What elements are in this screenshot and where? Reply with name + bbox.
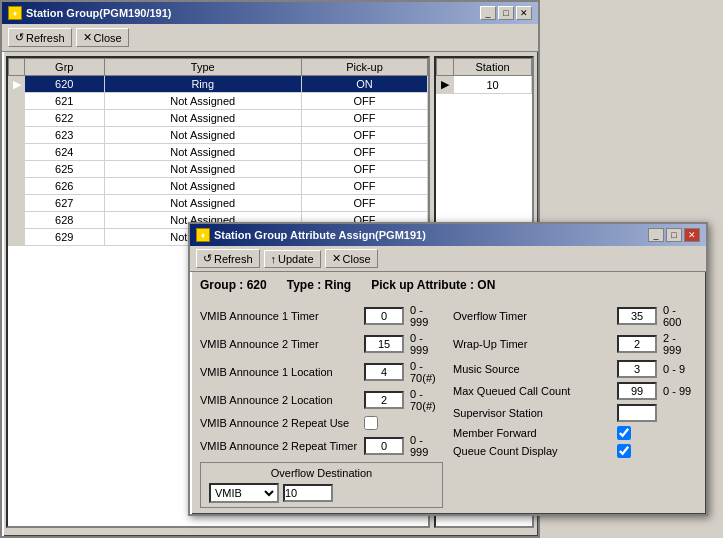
row-arrow	[9, 110, 25, 127]
type-col-header: Type	[104, 59, 301, 76]
main-toolbar: ↺ Refresh ✕ Close	[2, 24, 538, 52]
row-pickup: OFF	[301, 161, 427, 178]
row-arrow	[9, 127, 25, 144]
modal-close-btn[interactable]: ✕	[684, 228, 700, 242]
modal-update-button[interactable]: ↑ Update	[264, 250, 321, 268]
main-minimize-btn[interactable]: _	[480, 6, 496, 20]
music-source-input[interactable]	[617, 360, 657, 378]
station-arrow-header	[437, 59, 454, 76]
main-title-text: Station Group(PGM190/191)	[26, 7, 171, 19]
main-title-buttons: _ □ ✕	[480, 6, 532, 20]
overflow-timer-input[interactable]	[617, 307, 657, 325]
table-row[interactable]: 622 Not Assigned OFF	[9, 110, 428, 127]
vmib-announce-1-location-row: VMIB Announce 1 Location 0 - 70(#)	[200, 360, 443, 384]
table-row[interactable]: 621 Not Assigned OFF	[9, 93, 428, 110]
modal-header-info: Group : 620 Type : Ring Pick up Attribut…	[190, 272, 706, 298]
overflow-dest-section: Overflow Destination VMIB ACD EXT	[200, 462, 443, 508]
table-row[interactable]: 623 Not Assigned OFF	[9, 127, 428, 144]
queue-count-display-checkbox[interactable]	[617, 444, 631, 458]
vmib-announce-2-repeat-use-row: VMIB Announce 2 Repeat Use	[200, 416, 443, 430]
row-type: Not Assigned	[104, 127, 301, 144]
row-type: Not Assigned	[104, 144, 301, 161]
grp-col-header: Grp	[25, 59, 105, 76]
modal-title-bar: ♦ Station Group Attribute Assign(PGM191)…	[190, 224, 706, 246]
vmib-announce-2-location-input[interactable]	[364, 391, 404, 409]
vmib-announce-1-location-input[interactable]	[364, 363, 404, 381]
max-queued-call-count-label: Max Queued Call Count	[453, 385, 613, 397]
vmib-announce-2-repeat-timer-input[interactable]	[364, 437, 404, 455]
max-queued-call-count-input[interactable]	[617, 382, 657, 400]
vmib-announce-2-timer-input[interactable]	[364, 335, 404, 353]
row-grp: 623	[25, 127, 105, 144]
table-row[interactable]: 627 Not Assigned OFF	[9, 195, 428, 212]
row-type: Not Assigned	[104, 110, 301, 127]
modal-maximize-btn[interactable]: □	[666, 228, 682, 242]
row-type: Not Assigned	[104, 161, 301, 178]
refresh-button[interactable]: ↺ Refresh	[8, 28, 72, 47]
queue-count-display-label: Queue Count Display	[453, 445, 613, 457]
vmib-announce-1-timer-label: VMIB Announce 1 Timer	[200, 310, 360, 322]
table-row[interactable]: 625 Not Assigned OFF	[9, 161, 428, 178]
modal-title-text: Station Group Attribute Assign(PGM191)	[214, 229, 426, 241]
row-grp: 629	[25, 229, 105, 246]
vmib-announce-1-timer-input[interactable]	[364, 307, 404, 325]
row-pickup: ON	[301, 76, 427, 93]
modal-title-icon: ♦	[196, 228, 210, 242]
vmib-announce-1-location-range: 0 - 70(#)	[410, 360, 443, 384]
supervisor-station-input[interactable]	[617, 404, 657, 422]
table-row[interactable]: ▶ 620 Ring ON	[9, 76, 428, 93]
type-info: Type : Ring	[287, 278, 351, 292]
vmib-announce-2-repeat-timer-label: VMIB Announce 2 Repeat Timer	[200, 440, 360, 452]
row-pickup: OFF	[301, 127, 427, 144]
max-queued-call-count-range: 0 - 99	[663, 385, 691, 397]
row-grp: 625	[25, 161, 105, 178]
wrap-up-timer-input[interactable]	[617, 335, 657, 353]
table-row[interactable]: 624 Not Assigned OFF	[9, 144, 428, 161]
station-row[interactable]: ▶ 10	[437, 76, 532, 94]
row-arrow	[9, 212, 25, 229]
pickup-info: Pick up Attribute : ON	[371, 278, 495, 292]
member-forward-row: Member Forward	[453, 426, 696, 440]
modal-window: ♦ Station Group Attribute Assign(PGM191)…	[188, 222, 708, 516]
row-arrow	[9, 93, 25, 110]
station-row-value: 10	[454, 76, 532, 94]
row-grp: 628	[25, 212, 105, 229]
modal-right-col: Overflow Timer 0 - 600 Wrap-Up Timer 2 -…	[453, 304, 696, 508]
vmib-announce-1-timer-row: VMIB Announce 1 Timer 0 - 999	[200, 304, 443, 328]
vmib-announce-1-timer-range: 0 - 999	[410, 304, 443, 328]
row-arrow	[9, 161, 25, 178]
table-row[interactable]: 626 Not Assigned OFF	[9, 178, 428, 195]
main-title-icon: ♦	[8, 6, 22, 20]
vmib-announce-2-timer-row: VMIB Announce 2 Timer 0 - 999	[200, 332, 443, 356]
row-grp: 620	[25, 76, 105, 93]
pickup-col-header: Pick-up	[301, 59, 427, 76]
overflow-dest-dropdown[interactable]: VMIB ACD EXT	[209, 483, 279, 503]
vmib-announce-2-location-label: VMIB Announce 2 Location	[200, 394, 360, 406]
main-close-btn[interactable]: ✕	[516, 6, 532, 20]
main-maximize-btn[interactable]: □	[498, 6, 514, 20]
overflow-timer-row: Overflow Timer 0 - 600	[453, 304, 696, 328]
member-forward-label: Member Forward	[453, 427, 613, 439]
overflow-timer-range: 0 - 600	[663, 304, 696, 328]
vmib-announce-2-location-range: 0 - 70(#)	[410, 388, 443, 412]
member-forward-checkbox[interactable]	[617, 426, 631, 440]
row-arrow	[9, 178, 25, 195]
row-pickup: OFF	[301, 110, 427, 127]
overflow-dest-input[interactable]	[283, 484, 333, 502]
wrap-up-timer-label: Wrap-Up Timer	[453, 338, 613, 350]
modal-left-col: VMIB Announce 1 Timer 0 - 999 VMIB Annou…	[200, 304, 443, 508]
vmib-announce-2-timer-range: 0 - 999	[410, 332, 443, 356]
close-button[interactable]: ✕ Close	[76, 28, 129, 47]
modal-refresh-button[interactable]: ↺ Refresh	[196, 249, 260, 268]
vmib-announce-2-repeat-use-checkbox[interactable]	[364, 416, 378, 430]
modal-close-button[interactable]: ✕ Close	[325, 249, 378, 268]
vmib-announce-2-location-row: VMIB Announce 2 Location 0 - 70(#)	[200, 388, 443, 412]
row-arrow: ▶	[9, 76, 25, 93]
modal-minimize-btn[interactable]: _	[648, 228, 664, 242]
row-type: Ring	[104, 76, 301, 93]
vmib-announce-2-repeat-timer-range: 0 - 999	[410, 434, 443, 458]
station-row-arrow: ▶	[437, 76, 454, 94]
max-queued-call-count-row: Max Queued Call Count 0 - 99	[453, 382, 696, 400]
vmib-announce-1-location-label: VMIB Announce 1 Location	[200, 366, 360, 378]
queue-count-display-row: Queue Count Display	[453, 444, 696, 458]
